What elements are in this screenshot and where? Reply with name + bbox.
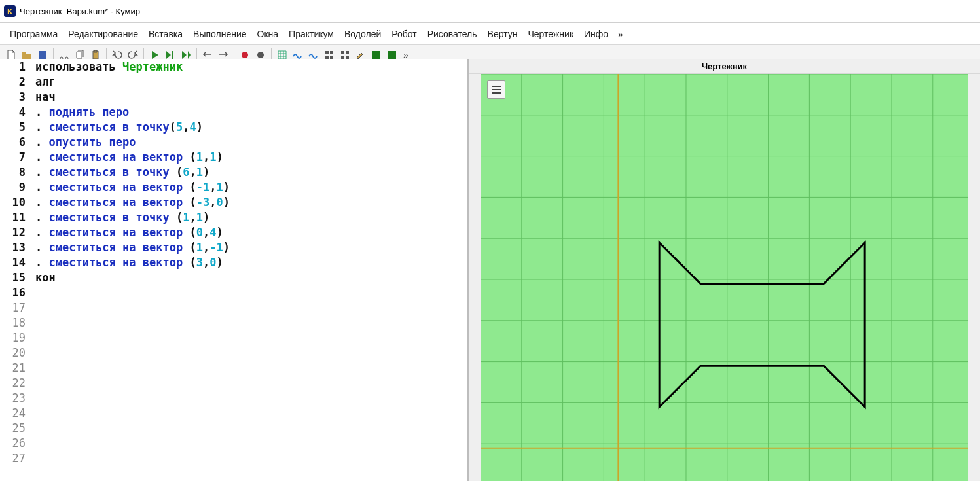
token-num: 1 xyxy=(196,166,203,179)
token-pun: ) xyxy=(196,120,203,134)
token-num: 1 xyxy=(183,211,189,224)
token-num: 6 xyxy=(183,166,189,179)
line-number: 14 xyxy=(0,255,26,270)
menu-item-2[interactable]: Вставка xyxy=(144,27,187,41)
editor-margin xyxy=(380,59,467,481)
token-pun: ) xyxy=(203,166,209,179)
token-pun: ( xyxy=(189,256,196,269)
line-number: 8 xyxy=(0,165,26,180)
token-cmd: сместиться на вектор xyxy=(48,256,189,269)
menu-item-10[interactable]: Чертежник xyxy=(523,27,578,41)
token-pun: ) xyxy=(223,241,230,254)
hamburger-line-icon xyxy=(492,89,501,90)
token-pun: ) xyxy=(216,256,223,269)
code-line: . сместиться на вектор (1,1) xyxy=(35,150,376,165)
token-num: -1 xyxy=(209,241,223,254)
token-pun: , xyxy=(203,226,209,239)
menu-item-1[interactable]: Редактирование xyxy=(64,27,143,41)
menu-item-5[interactable]: Практикум xyxy=(284,27,338,41)
code-line: . сместиться в точку (1,1) xyxy=(35,210,376,225)
token-num: 1 xyxy=(196,211,203,224)
menu-item-3[interactable]: Выполнение xyxy=(189,27,251,41)
code-line xyxy=(35,285,376,300)
line-number: 10 xyxy=(0,195,26,210)
code-line: . сместиться на вектор (3,0) xyxy=(35,255,376,270)
token-cmd: сместиться в точку xyxy=(48,166,175,179)
token-dot: . xyxy=(35,226,48,239)
line-number: 1 xyxy=(0,60,26,75)
editor-pane: 1234567891011121314151617181920212223242… xyxy=(0,59,469,481)
menu-item-0[interactable]: Программа xyxy=(5,27,62,41)
menu-item-6[interactable]: Водолей xyxy=(340,27,386,41)
canvas-menu-button[interactable] xyxy=(487,80,505,99)
line-number: 6 xyxy=(0,135,26,150)
line-number: 22 xyxy=(0,376,26,391)
menu-item-9[interactable]: Вертун xyxy=(483,27,522,41)
menu-item-11[interactable]: Инфо xyxy=(579,27,613,41)
svg-point-2 xyxy=(242,52,248,58)
token-pun: , xyxy=(209,181,216,194)
line-number: 18 xyxy=(0,315,26,330)
menubar: ПрограммаРедактированиеВставкаВыполнение… xyxy=(0,23,980,44)
token-cmd: сместиться в точку xyxy=(48,211,175,224)
drawer-canvas[interactable] xyxy=(481,74,968,481)
code-line: . сместиться на вектор (1,-1) xyxy=(35,240,376,255)
token-pun: ) xyxy=(223,196,230,209)
code-line: . сместиться на вектор (-1,1) xyxy=(35,180,376,195)
line-number: 16 xyxy=(0,285,26,300)
token-dot: . xyxy=(35,105,48,118)
token-cmd: сместиться на вектор xyxy=(48,151,189,164)
token-pun: ) xyxy=(223,181,230,194)
drawer-panel-title: Чертежник xyxy=(469,59,980,74)
token-num: 4 xyxy=(189,120,196,134)
token-pun: ( xyxy=(189,226,196,239)
line-number: 19 xyxy=(0,330,26,346)
line-number: 21 xyxy=(0,361,26,376)
line-number: 24 xyxy=(0,406,26,421)
token-pun: ) xyxy=(216,226,223,239)
token-cmd: сместиться на вектор xyxy=(48,196,189,209)
token-pun: , xyxy=(209,196,216,209)
token-dot: . xyxy=(35,241,48,254)
token-dot: . xyxy=(35,151,48,164)
token-kw: алг xyxy=(35,75,56,88)
menu-more[interactable]: » xyxy=(614,28,626,41)
code-line: алг xyxy=(35,75,376,90)
line-number-gutter: 1234567891011121314151617181920212223242… xyxy=(0,59,31,481)
titlebar: К Чертежник_Варя.kum* - Кумир xyxy=(0,0,980,23)
menu-item-7[interactable]: Робот xyxy=(387,27,421,41)
token-pun: ( xyxy=(176,166,183,179)
drawing-path xyxy=(659,243,865,407)
token-pun: ( xyxy=(189,241,196,254)
token-kw: использовать xyxy=(35,60,122,73)
line-number: 15 xyxy=(0,270,26,285)
token-dot: . xyxy=(35,181,48,194)
code-line: использовать Чертежник xyxy=(35,60,376,75)
menu-item-4[interactable]: Окна xyxy=(253,27,283,41)
token-num: 5 xyxy=(176,120,183,134)
token-num: 1 xyxy=(196,151,203,164)
token-pun: , xyxy=(189,166,196,179)
token-pun: , xyxy=(183,120,189,134)
code-line: . сместиться в точку (6,1) xyxy=(35,165,376,180)
code-line: . поднять перо xyxy=(35,105,376,120)
token-pun: , xyxy=(203,256,209,269)
token-pun: ) xyxy=(203,211,209,224)
line-number: 9 xyxy=(0,180,26,195)
token-dot: . xyxy=(35,135,48,149)
token-dot: . xyxy=(35,166,48,179)
token-kw: кон xyxy=(35,271,56,284)
line-number: 3 xyxy=(0,90,26,105)
token-cmd: сместиться на вектор xyxy=(48,226,189,239)
token-num: 3 xyxy=(196,256,203,269)
token-pun: ( xyxy=(170,120,176,134)
token-num: 1 xyxy=(209,151,216,164)
line-number: 25 xyxy=(0,421,26,436)
drawer-canvas-wrap xyxy=(469,74,980,481)
app-icon: К xyxy=(4,5,16,17)
menu-item-8[interactable]: Рисователь xyxy=(423,27,482,41)
hamburger-line-icon xyxy=(492,86,501,87)
token-num: 0 xyxy=(209,256,216,269)
code-editor[interactable]: использовать Чертежникалгнач. поднять пе… xyxy=(31,59,380,481)
token-pun: , xyxy=(203,151,209,164)
